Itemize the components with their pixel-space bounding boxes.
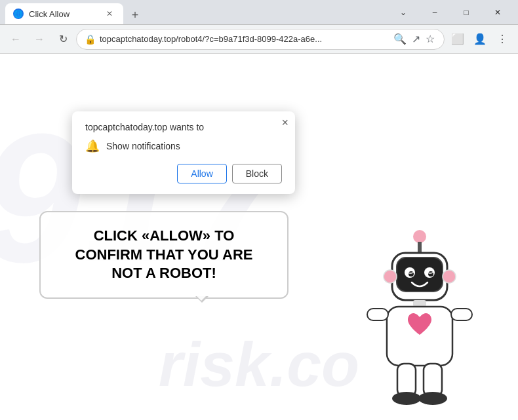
- svg-rect-12: [413, 300, 426, 307]
- forward-button[interactable]: →: [29, 29, 50, 50]
- svg-rect-16: [397, 364, 416, 396]
- svg-rect-14: [367, 309, 388, 320]
- address-icons: 🔍 ↗ ☆: [392, 31, 436, 47]
- extensions-icon[interactable]: ⬜: [447, 29, 468, 50]
- notif-buttons: Allow Block: [85, 164, 282, 183]
- svg-point-18: [392, 392, 421, 405]
- profile-icon[interactable]: 👤: [469, 29, 490, 50]
- svg-point-6: [408, 271, 414, 277]
- notif-site-text: topcaptchatoday.top wants to: [85, 122, 282, 132]
- bubble-text: CLICK «ALLOW» TO CONFIRM THAT YOU ARE NO…: [59, 227, 269, 283]
- tab-title: Click Allow: [29, 9, 98, 19]
- bell-icon: 🔔: [85, 139, 100, 153]
- window-controls: ⌄ – □ ✕: [388, 2, 513, 23]
- robot-character: [354, 217, 498, 413]
- notification-dialog: × topcaptchatoday.top wants to 🔔 Show no…: [72, 111, 295, 194]
- title-bar: 🌐 Click Allow ✕ + ⌄ – □ ✕: [0, 0, 518, 25]
- browser-content: 917 risk.co × topcaptchatoday.top wants …: [0, 54, 518, 420]
- svg-point-10: [384, 270, 397, 283]
- close-button[interactable]: ✕: [483, 2, 513, 23]
- address-bar[interactable]: 🔒 topcaptchatoday.top/robot4/?c=b9a71f3d…: [76, 29, 445, 50]
- bookmark-icon[interactable]: ☆: [424, 31, 436, 47]
- menu-icon[interactable]: ⋮: [492, 29, 513, 50]
- svg-point-19: [418, 392, 447, 405]
- dialog-close-button[interactable]: ×: [281, 117, 289, 128]
- tab-close-button[interactable]: ✕: [104, 8, 115, 20]
- allow-button[interactable]: Allow: [177, 164, 226, 183]
- share-icon[interactable]: ↗: [410, 31, 422, 47]
- svg-point-11: [443, 270, 456, 283]
- block-button[interactable]: Block: [232, 164, 282, 183]
- minimize-button[interactable]: –: [420, 2, 450, 23]
- navigation-bar: ← → ↻ 🔒 topcaptchatoday.top/robot4/?c=b9…: [0, 25, 518, 54]
- lock-icon: 🔒: [85, 34, 96, 45]
- svg-rect-13: [387, 307, 452, 366]
- reload-button[interactable]: ↻: [52, 29, 73, 50]
- tab-area: 🌐 Click Allow ✕ +: [5, 0, 388, 24]
- svg-point-0: [413, 230, 426, 243]
- svg-rect-1: [418, 242, 422, 254]
- back-button[interactable]: ←: [5, 29, 26, 50]
- svg-point-7: [428, 271, 433, 277]
- watermark-risk: risk.co: [159, 329, 359, 400]
- tab-favicon: 🌐: [13, 9, 24, 19]
- search-icon[interactable]: 🔍: [392, 31, 408, 47]
- svg-rect-15: [451, 309, 472, 320]
- notif-permission-label: Show notifications: [106, 141, 180, 151]
- active-tab[interactable]: 🌐 Click Allow ✕: [5, 3, 123, 24]
- speech-bubble: CLICK «ALLOW» TO CONFIRM THAT YOU ARE NO…: [39, 211, 289, 299]
- maximize-button[interactable]: □: [451, 2, 481, 23]
- svg-rect-17: [424, 364, 442, 396]
- nav-right-icons: ⬜ 👤 ⋮: [447, 29, 513, 50]
- notif-permission-row: 🔔 Show notifications: [85, 139, 282, 153]
- address-text: topcaptchatoday.top/robot4/?c=b9a71f3d-8…: [100, 34, 388, 44]
- chevron-down-button[interactable]: ⌄: [388, 2, 418, 23]
- new-tab-button[interactable]: +: [126, 6, 144, 24]
